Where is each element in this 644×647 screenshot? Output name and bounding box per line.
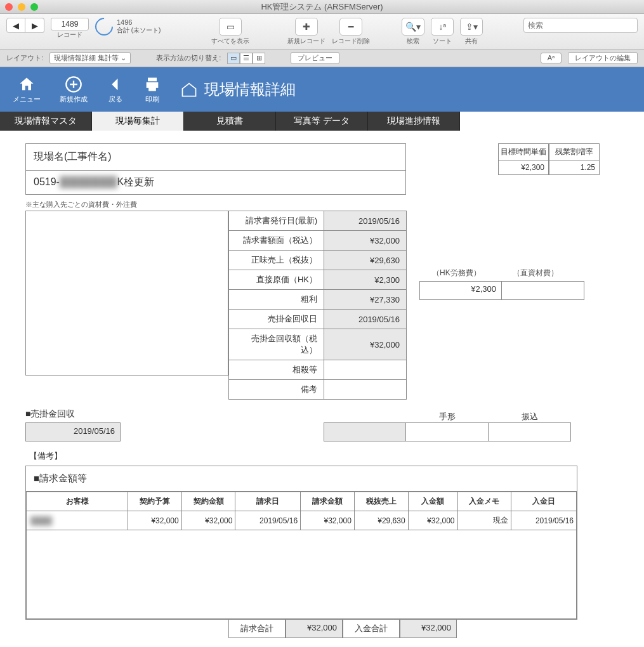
- layout-bar: レイアウト: 現場情報詳細 集計等 ⌄ 表示方法の切り替え: ▭ ☰ ⊞ プレビ…: [0, 49, 644, 67]
- direct-material-value: [502, 281, 584, 300]
- billing-title: ■請求金額等: [26, 466, 577, 492]
- paid-total-value: ¥32,000: [400, 619, 457, 638]
- target-rate-label: 目標時間単価: [499, 144, 548, 160]
- bill-note-header: 手形: [406, 411, 489, 422]
- page-title: 現場情報詳細: [180, 79, 296, 100]
- content-area: 現場名(工事件名) 0519-████████K栓更新 目標時間単価¥2,300…: [0, 131, 644, 647]
- tab-estimate[interactable]: 見積書: [184, 112, 276, 131]
- tab-summary[interactable]: 現場毎集計: [92, 112, 184, 131]
- view-form-button[interactable]: ▭: [227, 53, 240, 64]
- tab-progress[interactable]: 現場進捗情報: [368, 112, 460, 131]
- tab-bar: 現場情報マスタ 現場毎集計 見積書 写真等 データ 現場進捗情報: [0, 112, 644, 131]
- prev-record-button[interactable]: ◀: [6, 18, 25, 33]
- window-title: HK管理システム (ARSFMServer): [0, 1, 644, 13]
- ar-collection-date: 2019/05/16: [25, 422, 121, 441]
- ar-amount: ¥32,000: [324, 329, 407, 360]
- search-input[interactable]: [523, 18, 638, 33]
- offset-value[interactable]: [324, 360, 407, 380]
- toolbar: ◀ ▶ 1489 レコード 1496 合計 (未ソート) ▭すべてを表示 ✚新規…: [0, 14, 644, 49]
- ar-blank-cell: [324, 422, 406, 441]
- next-record-button[interactable]: ▶: [25, 18, 44, 33]
- print-button[interactable]: 印刷: [143, 75, 161, 104]
- hk-labor-label: （HK労務費）: [432, 268, 481, 278]
- record-pie-icon[interactable]: [91, 14, 117, 39]
- overtime-rate-label: 残業割増率: [549, 144, 599, 160]
- billing-section: ■請求金額等 お客様 契約予算 契約金額 請求日 請求金額 税抜売上 入金額 入…: [25, 466, 577, 620]
- window-titlebar: HK管理システム (ARSFMServer): [0, 0, 644, 14]
- direct-cost: ¥2,300: [324, 270, 407, 290]
- view-list-button[interactable]: ☰: [240, 53, 253, 64]
- gross-profit: ¥27,330: [324, 290, 407, 310]
- search-button[interactable]: 🔍▾: [402, 18, 424, 36]
- tab-master[interactable]: 現場情報マスタ: [0, 112, 92, 131]
- view-table-button[interactable]: ⊞: [253, 53, 265, 64]
- ar-date: 2019/05/16: [324, 310, 407, 329]
- overtime-rate-value: 1.25: [549, 160, 599, 174]
- sort-button[interactable]: ↓ᵃ: [431, 18, 454, 36]
- tab-photos[interactable]: 写真等 データ: [276, 112, 368, 131]
- invoice-amount: ¥32,000: [324, 231, 407, 251]
- purchase-note: ※主な購入先ごとの資材費・外注費: [25, 200, 625, 209]
- new-record-button[interactable]: ✚: [295, 18, 318, 36]
- new-button[interactable]: 新規作成: [60, 75, 88, 104]
- remarks-value[interactable]: [324, 380, 407, 400]
- record-total: 1496: [117, 18, 161, 26]
- menu-button[interactable]: メニュー: [13, 75, 41, 104]
- edit-layout-button[interactable]: レイアウトの編集: [568, 52, 638, 64]
- site-name-label: 現場名(工事件名): [26, 144, 405, 171]
- show-all-button[interactable]: ▭: [219, 18, 242, 36]
- back-button[interactable]: 戻る: [107, 75, 124, 104]
- page-header: メニュー 新規作成 戻る 印刷 現場情報詳細: [0, 67, 644, 112]
- preview-button[interactable]: プレビュー: [291, 52, 339, 64]
- share-button[interactable]: ⇪▾: [460, 18, 483, 36]
- direct-material-label: （直資材費）: [513, 268, 558, 278]
- summary-table: 請求書発行日(最新)2019/05/16 請求書額面（税込）¥32,000 正味…: [228, 211, 407, 400]
- billing-row[interactable]: ████ ¥32,000 ¥32,000 2019/05/16 ¥32,000 …: [27, 511, 577, 530]
- transfer-value[interactable]: [489, 422, 571, 441]
- delete-record-button[interactable]: ━: [339, 18, 362, 36]
- remarks-heading: 【備考】: [29, 450, 625, 462]
- paid-total-label: 入金合計: [343, 619, 400, 638]
- target-rate-value: ¥2,300: [499, 160, 548, 174]
- rate-box: 目標時間単価¥2,300 残業割増率1.25: [498, 143, 600, 175]
- net-sales: ¥29,630: [324, 251, 407, 270]
- font-size-button[interactable]: Aᵃ: [541, 53, 562, 63]
- bill-note-value[interactable]: [406, 422, 489, 441]
- layout-selector[interactable]: 現場情報詳細 集計等 ⌄: [49, 52, 131, 64]
- bill-total-value: ¥32,000: [286, 619, 343, 638]
- site-name-value: 0519-████████K栓更新: [26, 171, 405, 194]
- layout-label: レイアウト:: [6, 53, 43, 63]
- ar-section-title: ■売掛金回収: [25, 408, 324, 420]
- record-number-input[interactable]: 1489: [51, 18, 89, 30]
- view-switch-label: 表示方法の切り替え:: [156, 53, 221, 63]
- purchase-list-box: [25, 211, 228, 376]
- invoice-date: 2019/05/16: [324, 211, 407, 231]
- billing-empty-area: [27, 530, 577, 619]
- transfer-header: 振込: [489, 411, 571, 422]
- site-name-box: 現場名(工事件名) 0519-████████K栓更新: [25, 143, 406, 195]
- record-label: レコード: [57, 30, 82, 39]
- record-sort-status: 合計 (未ソート): [117, 26, 161, 35]
- hk-labor-value: ¥2,300: [419, 281, 502, 300]
- bill-total-label: 請求合計: [228, 619, 286, 638]
